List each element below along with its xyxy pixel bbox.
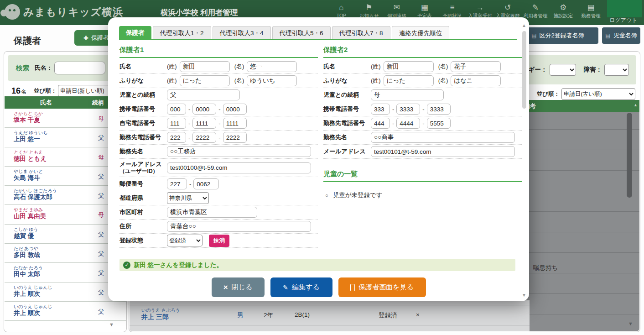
field-label: 市区町村	[119, 209, 167, 216]
number-part-input[interactable]	[427, 104, 451, 115]
surname-prefix: (姓)	[167, 63, 177, 71]
tab-代理引取人5・6[interactable]: 代理引取人5・6	[272, 26, 331, 40]
field-content	[371, 89, 444, 100]
text-input[interactable]	[167, 221, 311, 232]
number-part-input[interactable]	[167, 178, 187, 189]
number-part-input[interactable]	[396, 118, 420, 129]
form-row: 自宅電話番号--	[119, 116, 318, 131]
user-edit-icon: ✎	[532, 3, 539, 13]
number-part-input[interactable]	[396, 104, 420, 115]
view-guardian-screen-button[interactable]: 保護者画面を見る	[338, 277, 426, 297]
number-part-input[interactable]	[371, 118, 390, 129]
surname-input[interactable]	[384, 75, 434, 86]
children-scroll-up-icon[interactable]: ▲	[634, 103, 638, 107]
tab-連絡先優先順位[interactable]: 連絡先優先順位	[392, 26, 450, 40]
disability-select[interactable]	[604, 64, 629, 76]
allergy-select[interactable]	[550, 64, 576, 76]
number-part-input[interactable]	[223, 132, 247, 143]
tab-保護者[interactable]: 保護者	[119, 26, 151, 40]
text-input[interactable]	[371, 132, 515, 143]
search-box: 検索 氏名：	[8, 55, 123, 81]
modal-scroll-down-icon[interactable]: ▼	[522, 293, 526, 298]
children-scroll-down-icon[interactable]: ▼	[628, 321, 633, 326]
number-part-input[interactable]	[371, 104, 390, 115]
modal-scrollbar: ▲ ▼	[521, 23, 528, 298]
category2-roster-button[interactable]: ▤ 区分2登録者名簿	[517, 27, 598, 44]
children-scrollbar-thumb[interactable]	[627, 113, 632, 198]
nav-item-label: 勤務管理	[582, 13, 601, 19]
close-button[interactable]: × 閉じる	[212, 277, 265, 297]
field-content	[167, 207, 257, 218]
number-part-input[interactable]	[193, 178, 219, 189]
form-row: 携帯電話番号--	[119, 102, 318, 116]
givenname-input[interactable]	[451, 61, 501, 72]
form-row: メールアドレス（ユーザーID）	[119, 159, 318, 177]
child-row[interactable]: いのうえ さぶろう 井上 三郎 男 2年 2B(1) 登録済 ×	[130, 305, 530, 325]
number-part-input[interactable]	[167, 104, 186, 115]
modal-scroll-up-icon[interactable]: ▲	[522, 23, 526, 28]
guardian-name: 徳田 ともえ	[14, 155, 47, 163]
nav-item-勤務管理[interactable]: ▤勤務管理	[577, 0, 605, 25]
gear-icon: ⚙	[560, 3, 566, 13]
number-part-input[interactable]	[192, 132, 216, 143]
text-input[interactable]	[167, 146, 311, 157]
text-input[interactable]	[167, 207, 257, 218]
dash-separator: -	[189, 181, 191, 188]
number-part-input[interactable]	[167, 118, 186, 129]
text-input[interactable]	[371, 89, 444, 100]
field-content: 登録済抹消	[167, 235, 229, 247]
form-row: 児童との続柄	[119, 88, 318, 102]
guardian-list-item[interactable]: いのうえ じゅんじ井上 順次父	[5, 302, 126, 321]
form-row: 勤務先名	[119, 145, 318, 159]
prefecture-select[interactable]: 神奈川県	[167, 192, 209, 204]
guardian-list-scroll-down-icon[interactable]: ▼	[109, 322, 114, 327]
form-row: 勤務先名	[323, 131, 522, 145]
children-roster-button[interactable]: ▤ 児童名簿	[602, 27, 640, 44]
field-label: 携帯電話番号	[119, 105, 167, 113]
number-part-input[interactable]	[223, 118, 247, 129]
dash-separator: -	[422, 106, 424, 113]
surname-input[interactable]	[180, 61, 230, 72]
number-part-input[interactable]	[427, 118, 451, 129]
number-part-input[interactable]	[192, 118, 216, 129]
form-row: 住所	[119, 220, 318, 234]
guardian-relation: 父	[98, 269, 104, 277]
field-content: 神奈川県	[167, 192, 209, 204]
tab-代理引取人1・2[interactable]: 代理引取人1・2	[153, 26, 211, 40]
disability-label: 障害：	[584, 66, 602, 74]
form-row: 勤務先電話番号--	[119, 131, 318, 145]
person-add-icon: ✚	[83, 35, 88, 42]
dash-separator: -	[188, 120, 190, 127]
tab-代理引取人3・4[interactable]: 代理引取人3・4	[213, 26, 271, 40]
number-part-input[interactable]	[192, 104, 216, 115]
field-content: --	[167, 132, 247, 143]
surname-input[interactable]	[180, 75, 230, 86]
delete-button[interactable]: 抹消	[209, 235, 229, 247]
number-part-input[interactable]	[223, 104, 247, 115]
guardian-name: 上田 悠一	[14, 135, 40, 143]
edit-button[interactable]: ✎ 編集する	[270, 277, 332, 297]
surname-prefix: (姓)	[371, 77, 381, 85]
text-input[interactable]	[371, 146, 515, 157]
nav-item-施設設定[interactable]: ⚙施設設定	[549, 0, 577, 25]
children-sort-select[interactable]: 申請日(古い順)	[561, 88, 635, 100]
givenname-input[interactable]	[247, 75, 297, 86]
logout-button[interactable]: ログアウト	[605, 0, 644, 25]
givenname-input[interactable]	[451, 75, 501, 86]
children-sort-label: 並び順：	[537, 90, 560, 98]
number-part-input[interactable]	[167, 132, 186, 143]
child-gender: 男	[237, 311, 244, 319]
field-label: ふりがな	[119, 77, 167, 84]
children-list-heading: 児童の一覧	[323, 170, 522, 182]
field-label: 都道府県	[119, 194, 167, 202]
surname-input[interactable]	[384, 61, 434, 72]
name-search-input[interactable]	[54, 62, 105, 74]
modal-scrollbar-thumb[interactable]	[522, 31, 526, 109]
text-input[interactable]	[167, 89, 240, 100]
givenname-input[interactable]	[247, 61, 297, 72]
tab-代理引取人7・8[interactable]: 代理引取人7・8	[332, 26, 390, 40]
text-input[interactable]	[167, 162, 311, 173]
guardian1-column: 保護者1 氏名(姓)(名)ふりがな(姓)(名)児童との続柄携帯電話番号--自宅電…	[119, 46, 318, 248]
field-label: ふりがな	[323, 77, 371, 84]
status-select[interactable]: 登録済	[167, 235, 203, 246]
